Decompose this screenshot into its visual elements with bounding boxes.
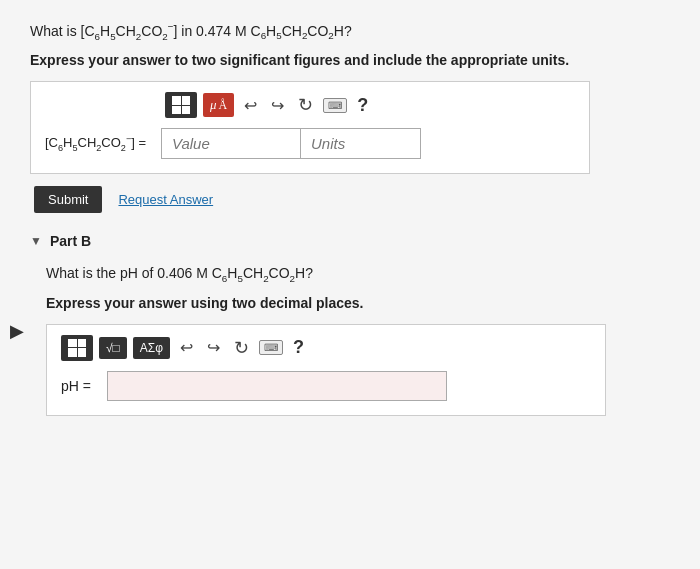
part-b-toolbar: √□ AΣφ ↩ ↪ ↻ ⌨ ? <box>61 335 591 361</box>
part-b-refresh-button[interactable]: ↻ <box>230 335 253 361</box>
help-button[interactable]: ? <box>353 93 372 118</box>
undo-button[interactable]: ↩ <box>240 94 261 117</box>
value-input[interactable] <box>161 128 301 159</box>
collapse-arrow-icon[interactable]: ▼ <box>30 234 42 248</box>
units-input[interactable] <box>301 128 421 159</box>
bracket-notation: [C6H5CH2CO2−] <box>81 23 178 39</box>
mu-button[interactable]: μÅ <box>203 93 234 117</box>
part-b-label: Part B <box>50 233 91 249</box>
part-b-undo-button[interactable]: ↩ <box>176 336 197 359</box>
part-b-answer-box: √□ AΣφ ↩ ↪ ↻ ⌨ ? pH = <box>46 324 606 416</box>
sqrt-button[interactable]: √□ <box>99 337 127 359</box>
part-b-grid-icon <box>68 339 86 357</box>
part-a-section: What is [C6H5CH2CO2−] in 0.474 M C6H5CH2… <box>30 20 670 213</box>
phi-label: AΣφ <box>140 341 163 355</box>
keyboard-icon: ⌨ <box>323 98 347 113</box>
part-b-header: ▼ Part B <box>30 233 670 249</box>
part-b-input-row: pH = <box>61 371 591 401</box>
phi-button[interactable]: AΣφ <box>133 337 170 359</box>
angstrom-label: Å <box>219 98 228 113</box>
part-b-keyboard-icon: ⌨ <box>259 340 283 355</box>
sqrt-icon: √□ <box>106 341 120 355</box>
part-a-input-row: [C6H5CH2CO2−] = <box>45 128 575 159</box>
part-a-question: What is [C6H5CH2CO2−] in 0.474 M C6H5CH2… <box>30 20 670 44</box>
part-a-answer-box: μÅ ↩ ↪ ↻ ⌨ ? [C6H5CH2CO2−] = <box>30 81 590 174</box>
part-a-action-row: Submit Request Answer <box>34 186 670 213</box>
request-answer-link[interactable]: Request Answer <box>118 192 213 207</box>
part-b-question: What is the pH of 0.406 M C6H5CH2CO2H? <box>46 263 670 286</box>
grid-button[interactable] <box>165 92 197 118</box>
mu-label: μ <box>210 97 217 113</box>
submit-button[interactable]: Submit <box>34 186 102 213</box>
cursor-arrow: ▶ <box>10 320 24 342</box>
part-b-content: What is the pH of 0.406 M C6H5CH2CO2H? E… <box>30 263 670 427</box>
grid-icon <box>172 96 190 114</box>
part-a-instructions: Express your answer to two significant f… <box>30 50 670 71</box>
part-b-help-button[interactable]: ? <box>289 335 308 360</box>
part-b-grid-button[interactable] <box>61 335 93 361</box>
part-a-toolbar: μÅ ↩ ↪ ↻ ⌨ ? <box>45 92 575 118</box>
part-b-instructions: Express your answer using two decimal pl… <box>46 293 670 314</box>
redo-button[interactable]: ↪ <box>267 94 288 117</box>
part-b-redo-button[interactable]: ↪ <box>203 336 224 359</box>
ph-input[interactable] <box>107 371 447 401</box>
ph-label: pH = <box>61 378 101 394</box>
part-b-section: ▼ Part B What is the pH of 0.406 M C6H5C… <box>30 233 670 427</box>
equation-label: [C6H5CH2CO2−] = <box>45 134 155 153</box>
refresh-button[interactable]: ↻ <box>294 92 317 118</box>
